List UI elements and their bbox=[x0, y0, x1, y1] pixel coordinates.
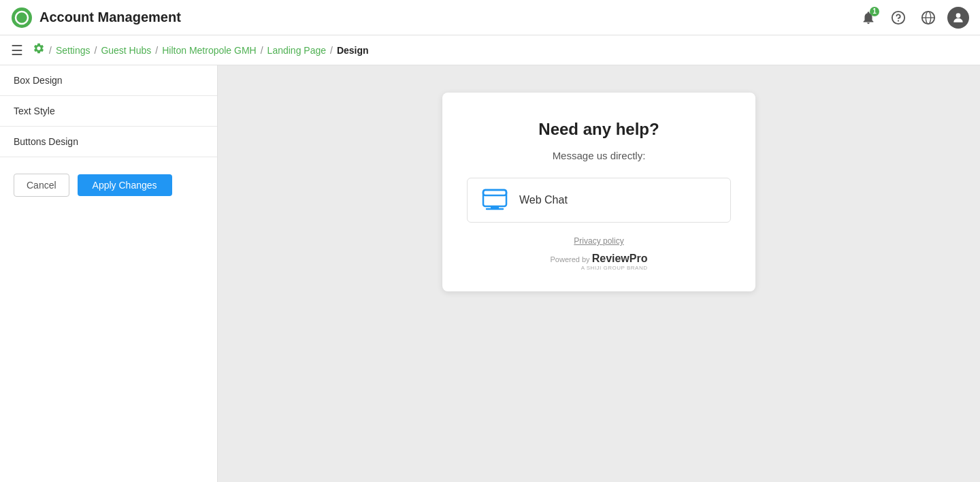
hamburger-button[interactable]: ☰ bbox=[11, 42, 23, 59]
sidebar-actions: Cancel Apply Changes bbox=[0, 160, 217, 210]
widget-title: Need any help? bbox=[538, 120, 659, 139]
breadcrumb-current: Design bbox=[337, 45, 369, 56]
topbar: Account Management 1 bbox=[0, 0, 980, 35]
svg-rect-9 bbox=[483, 190, 506, 195]
powered-by: Powered by ReviewPro A SHIJI GROUP BRAND bbox=[551, 253, 648, 271]
breadcrumb-sep-4: / bbox=[330, 45, 333, 56]
language-button[interactable] bbox=[917, 7, 939, 29]
breadcrumb-property[interactable]: Hilton Metropole GMH bbox=[162, 45, 257, 56]
help-button[interactable] bbox=[887, 7, 909, 29]
breadcrumb-settings[interactable]: Settings bbox=[56, 45, 91, 56]
sidebar-item-buttons-design[interactable]: Buttons Design bbox=[0, 127, 217, 157]
sidebar: Box Design Text Style Buttons Design Can… bbox=[0, 65, 218, 482]
widget-subtitle: Message us directly: bbox=[553, 150, 646, 161]
preview-area: Need any help? Message us directly: Web … bbox=[218, 65, 980, 482]
globe-icon bbox=[921, 10, 936, 25]
reviewpro-sub: A SHIJI GROUP BRAND bbox=[551, 265, 648, 271]
breadcrumb-sep-3: / bbox=[261, 45, 263, 56]
svg-rect-8 bbox=[483, 190, 506, 206]
apply-changes-button[interactable]: Apply Changes bbox=[78, 174, 172, 196]
breadcrumb-sep-1: / bbox=[94, 45, 97, 56]
cancel-button[interactable]: Cancel bbox=[14, 174, 69, 197]
webchat-icon-wrap bbox=[481, 188, 508, 212]
reviewpro-logo: ReviewPro bbox=[592, 253, 648, 264]
app-title: Account Management bbox=[39, 10, 858, 25]
widget-card: Need any help? Message us directly: Web … bbox=[442, 93, 755, 291]
svg-point-7 bbox=[956, 13, 961, 18]
privacy-policy-link[interactable]: Privacy policy bbox=[574, 236, 623, 246]
breadcrumb-guest-hubs[interactable]: Guest Hubs bbox=[101, 45, 151, 56]
topbar-icons: 1 bbox=[858, 7, 969, 29]
sidebar-item-box-design[interactable]: Box Design bbox=[0, 65, 217, 96]
sidebar-item-text-style[interactable]: Text Style bbox=[0, 96, 217, 127]
svg-point-3 bbox=[898, 20, 899, 21]
notifications-button[interactable]: 1 bbox=[858, 7, 879, 29]
user-avatar[interactable] bbox=[947, 7, 969, 29]
breadcrumb-bar: ☰ / Settings / Guest Hubs / Hilton Metro… bbox=[0, 35, 980, 65]
breadcrumb-sep-2: / bbox=[155, 45, 158, 56]
svg-point-0 bbox=[12, 7, 32, 28]
avatar-icon bbox=[951, 11, 965, 25]
help-icon bbox=[891, 10, 906, 25]
webchat-row[interactable]: Web Chat bbox=[467, 178, 731, 223]
notification-badge: 1 bbox=[870, 7, 879, 16]
breadcrumb-page[interactable]: Landing Page bbox=[267, 45, 326, 56]
breadcrumb-sep-0: / bbox=[49, 45, 52, 56]
app-logo bbox=[11, 7, 33, 29]
main-layout: Box Design Text Style Buttons Design Can… bbox=[0, 65, 980, 482]
webchat-label: Web Chat bbox=[519, 194, 568, 206]
settings-gear-icon[interactable] bbox=[33, 42, 45, 58]
webchat-icon bbox=[481, 188, 508, 212]
